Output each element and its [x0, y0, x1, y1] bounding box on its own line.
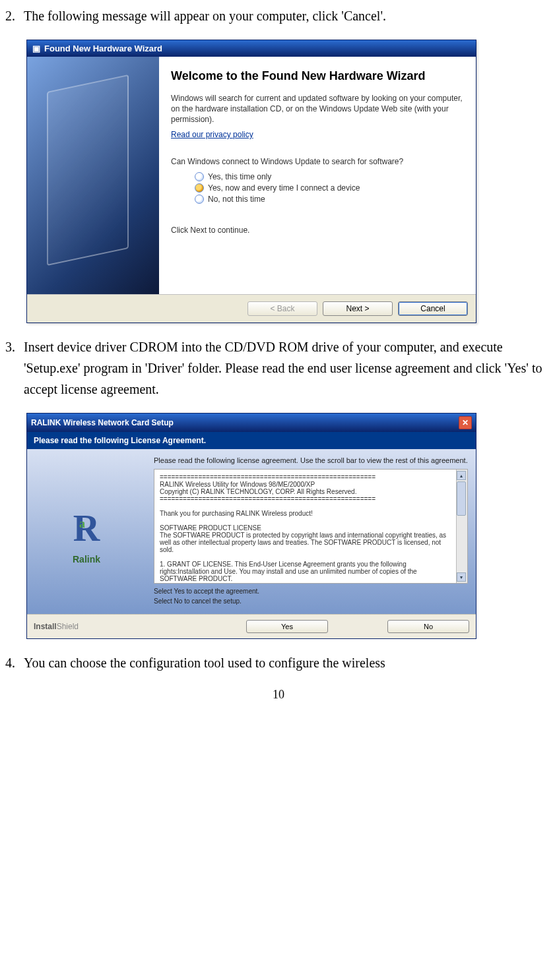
license-textbox[interactable]: ========================================… [154, 469, 468, 584]
scroll-thumb[interactable] [457, 481, 466, 516]
radio-icon [195, 172, 204, 181]
wizard-sidebar-image [27, 57, 159, 294]
dialog-footer: < Back Next > Cancel [27, 295, 476, 322]
step-text: The following message will appear on you… [24, 5, 552, 26]
license-text: ========================================… [160, 474, 462, 584]
yes-button[interactable]: Yes [246, 620, 328, 633]
scroll-up-icon[interactable]: ▴ [457, 471, 466, 480]
back-button: < Back [247, 301, 317, 316]
wizard-intro: Windows will search for current and upda… [171, 93, 464, 125]
ralink-setup-screenshot: RALINK Wireless Network Card Setup ✕ Ple… [26, 413, 552, 639]
dialog-titlebar: ▣ Found New Hardware Wizard [27, 40, 476, 57]
step-number: 4. [5, 652, 24, 673]
wizard-icon: ▣ [32, 44, 40, 53]
step-4: 4. You can choose the configuration tool… [5, 652, 552, 673]
dialog-title: Found New Hardware Wizard [44, 44, 162, 53]
radio-label: No, not this time [208, 195, 265, 204]
wizard-heading: Welcome to the Found New Hardware Wizard [171, 69, 464, 84]
dialog-titlebar: RALINK Wireless Network Card Setup ✕ [27, 413, 476, 432]
privacy-policy-link[interactable]: Read our privacy policy [171, 130, 253, 139]
radio-icon [195, 195, 204, 204]
radio-label: Yes, now and every time I connect a devi… [208, 183, 360, 193]
ralink-logo-icon: Ra [57, 499, 116, 558]
hardware-wizard-screenshot: ▣ Found New Hardware Wizard Welcome to t… [26, 40, 552, 323]
scrollbar[interactable]: ▴ ▾ [456, 470, 467, 583]
hardware-illustration [47, 75, 129, 266]
close-icon[interactable]: ✕ [459, 416, 472, 429]
ralink-setup-dialog: RALINK Wireless Network Card Setup ✕ Ple… [26, 413, 476, 639]
no-button[interactable]: No [387, 620, 469, 633]
installer-sidebar: Ra Ralink [27, 449, 146, 614]
step-number: 3. [5, 336, 24, 400]
wizard-continue: Click Next to continue. [171, 225, 464, 235]
dialog-title: RALINK Wireless Network Card Setup [31, 418, 174, 427]
step-text: You can choose the configuration tool us… [24, 652, 552, 673]
radio-label: Yes, this time only [208, 172, 271, 181]
dialog-footer: InstallShield Yes No [27, 614, 476, 638]
radio-no[interactable]: No, not this time [195, 195, 464, 204]
scroll-down-icon[interactable]: ▾ [457, 572, 466, 582]
installshield-label: InstallShield [34, 622, 79, 631]
license-intro: Please read the following license agreem… [154, 456, 468, 465]
cancel-button[interactable]: Cancel [398, 301, 468, 316]
radio-yes-always[interactable]: Yes, now and every time I connect a devi… [195, 183, 464, 193]
dialog-subtitle: Please read the following License Agreem… [27, 432, 476, 449]
page-number: 10 [5, 688, 552, 702]
step-2: 2. The following message will appear on … [5, 5, 552, 26]
step-3: 3. Insert device driver CDROM into the C… [5, 336, 552, 400]
radio-icon [195, 183, 204, 193]
wizard-question: Can Windows connect to Windows Update to… [171, 156, 464, 167]
found-new-hardware-wizard-dialog: ▣ Found New Hardware Wizard Welcome to t… [26, 40, 476, 323]
next-button[interactable]: Next > [323, 301, 393, 316]
step-text: Insert device driver CDROM into the CD/D… [24, 336, 552, 400]
radio-yes-once[interactable]: Yes, this time only [195, 172, 464, 181]
select-no-text: Select No to cancel the setup. [154, 597, 468, 605]
select-yes-text: Select Yes to accept the agreement. [154, 588, 468, 595]
step-number: 2. [5, 5, 24, 26]
